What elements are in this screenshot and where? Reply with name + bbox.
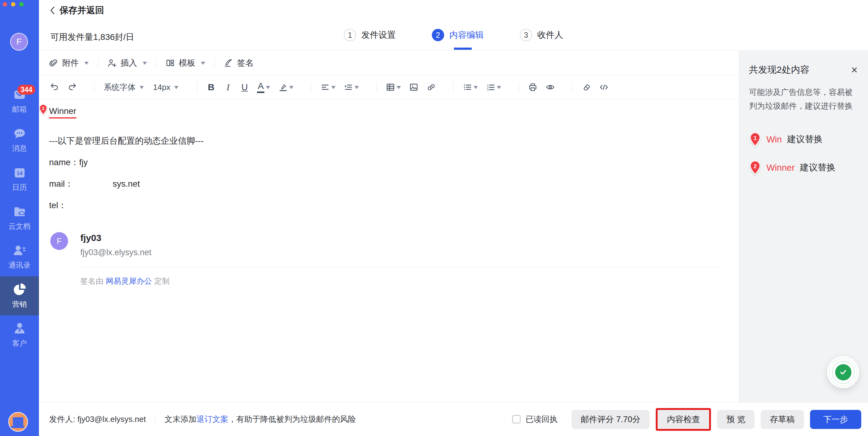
signature-pen-icon xyxy=(224,58,233,67)
svg-text:2: 2 xyxy=(42,106,44,111)
check-result-item[interactable]: 2 Winner 建议替换 xyxy=(749,160,858,175)
divider xyxy=(519,82,519,92)
step-indicator: 1 发件设置 2 内容编辑 3 收件人 xyxy=(39,29,868,41)
signature-label: 签名 xyxy=(237,57,254,68)
step-recipients[interactable]: 3 收件人 xyxy=(520,29,563,41)
indent-button[interactable] xyxy=(344,83,359,92)
svg-text:3: 3 xyxy=(487,88,489,91)
chevron-down-icon xyxy=(289,86,293,91)
mail-score-button[interactable]: 邮件评分 7.70分 xyxy=(571,410,650,429)
image-icon xyxy=(409,83,418,92)
suggestion-label: 建议替换 xyxy=(800,162,836,174)
next-step-button[interactable]: 下一步 xyxy=(810,410,861,429)
attachment-button[interactable]: 附件 xyxy=(49,57,89,68)
minimize-window-button[interactable] xyxy=(11,2,16,6)
print-button[interactable] xyxy=(528,83,537,92)
font-size-value: 14px xyxy=(153,83,170,92)
check-result-item[interactable]: 1 Win 建议替换 xyxy=(749,132,858,147)
lingxi-office-link[interactable]: 网易灵犀办公 xyxy=(106,277,152,285)
sidebar-item-label: 营销 xyxy=(12,299,27,309)
annotation-highlight-box: 内容检查 xyxy=(656,408,711,431)
signature-footnote: 签名由网易灵犀办公定制 xyxy=(80,276,719,286)
flagged-word-line: 2 Winner xyxy=(49,106,76,116)
step-content-edit[interactable]: 2 内容编辑 xyxy=(432,29,484,41)
page-header: 保存并返回 可用发件量1,836封/日 1 发件设置 2 内容编辑 3 收件人 xyxy=(39,0,868,50)
align-button[interactable] xyxy=(320,83,336,92)
save-and-return-button[interactable]: 保存并返回 xyxy=(50,4,104,17)
sender-address: 发件人: fjy03@lx.elysys.net xyxy=(49,414,146,425)
close-window-button[interactable] xyxy=(3,2,7,6)
close-icon[interactable]: × xyxy=(851,64,858,76)
divider xyxy=(155,415,155,424)
chevron-down-icon xyxy=(143,62,147,67)
read-receipt-checkbox[interactable] xyxy=(512,415,521,424)
ordered-list-button[interactable]: 123 xyxy=(486,83,501,92)
underline-button[interactable]: U xyxy=(240,82,249,92)
unread-count-badge: 344 xyxy=(18,85,35,94)
bullet-list-icon xyxy=(463,83,472,92)
sidebar-item-messages[interactable]: 消息 xyxy=(0,120,39,159)
bullet-list-button[interactable] xyxy=(463,83,478,92)
sidebar-item-cloud-docs[interactable]: 云文档 xyxy=(0,198,39,237)
line-indent-icon xyxy=(344,83,353,92)
bold-button[interactable]: B xyxy=(207,82,216,92)
redo-button[interactable] xyxy=(67,83,77,92)
sidebar-item-mail[interactable]: 344 邮箱 xyxy=(0,81,39,120)
step-label: 发件设置 xyxy=(361,29,396,41)
email-body-editor[interactable]: 2 Winner ---以下是管理后台配置的动态企业信脚--- name：fjy… xyxy=(39,99,739,403)
sidebar-item-customers[interactable]: 客户 xyxy=(0,315,39,354)
font-family-select[interactable]: 系统字体 xyxy=(104,82,144,93)
org-avatar[interactable] xyxy=(8,412,28,432)
chevron-down-icon xyxy=(497,86,501,91)
link-icon xyxy=(427,83,436,92)
template-icon xyxy=(166,58,175,67)
align-icon xyxy=(320,83,330,92)
preview-button[interactable]: 预 览 xyxy=(717,410,754,429)
step-send-settings[interactable]: 1 发件设置 xyxy=(344,29,396,41)
contacts-icon xyxy=(12,243,27,258)
template-label: 模板 xyxy=(179,57,195,68)
pin-2-icon: 2 xyxy=(749,160,761,175)
fab-inner-ring xyxy=(832,361,855,383)
signature-button[interactable]: 签名 xyxy=(224,57,254,68)
check-complete-fab[interactable] xyxy=(827,356,859,388)
back-label: 保存并返回 xyxy=(60,4,104,17)
sidebar-item-marketing[interactable]: 营销 xyxy=(0,277,39,315)
unsubscribe-tip: 文末添加退订文案，有助于降低被判为垃圾邮件的风险 xyxy=(164,414,356,425)
template-button[interactable]: 模板 xyxy=(166,57,205,68)
calendar-icon: 14 xyxy=(12,166,27,180)
source-code-button[interactable] xyxy=(599,83,609,92)
cloud-doc-icon xyxy=(12,204,27,219)
preview-button-icon[interactable] xyxy=(546,83,555,92)
sidebar-nav: 344 邮箱 消息 14 日历 xyxy=(0,81,39,354)
chevron-down-icon xyxy=(266,86,270,91)
user-avatar[interactable]: F xyxy=(10,33,28,51)
italic-button[interactable]: I xyxy=(224,82,232,92)
read-receipt-label: 已读回执 xyxy=(525,414,557,425)
font-color-button[interactable]: A xyxy=(257,81,270,93)
sidebar-item-label: 日历 xyxy=(12,182,27,192)
maximize-window-button[interactable] xyxy=(19,2,24,6)
unsubscribe-copy-link[interactable]: 退订文案 xyxy=(196,414,228,424)
table-button[interactable] xyxy=(386,83,401,92)
content-check-button[interactable]: 内容检查 xyxy=(658,410,709,429)
sidebar-item-calendar[interactable]: 14 日历 xyxy=(0,159,39,198)
highlight-color-button[interactable] xyxy=(279,83,293,92)
flagged-term: Win xyxy=(767,135,782,145)
undo-button[interactable] xyxy=(50,83,59,92)
customer-icon xyxy=(12,321,27,336)
sidebar-item-label: 云文档 xyxy=(8,222,31,231)
svg-text:2: 2 xyxy=(753,163,757,170)
flag-pin-2-icon[interactable]: 2 xyxy=(39,104,48,115)
preview-eye-icon xyxy=(546,83,555,92)
insert-link-button[interactable] xyxy=(427,83,436,92)
sidebar-item-contacts[interactable]: 通讯录 xyxy=(0,237,39,277)
font-size-select[interactable]: 14px xyxy=(153,83,179,92)
redo-icon xyxy=(67,83,77,92)
insert-button[interactable]: 插入 xyxy=(107,57,147,68)
clear-format-button[interactable] xyxy=(582,83,591,92)
save-draft-button[interactable]: 存草稿 xyxy=(761,410,804,429)
insert-image-button[interactable] xyxy=(409,83,418,92)
chevron-down-icon xyxy=(174,86,179,91)
sidebar-item-label: 通讯录 xyxy=(8,260,31,270)
